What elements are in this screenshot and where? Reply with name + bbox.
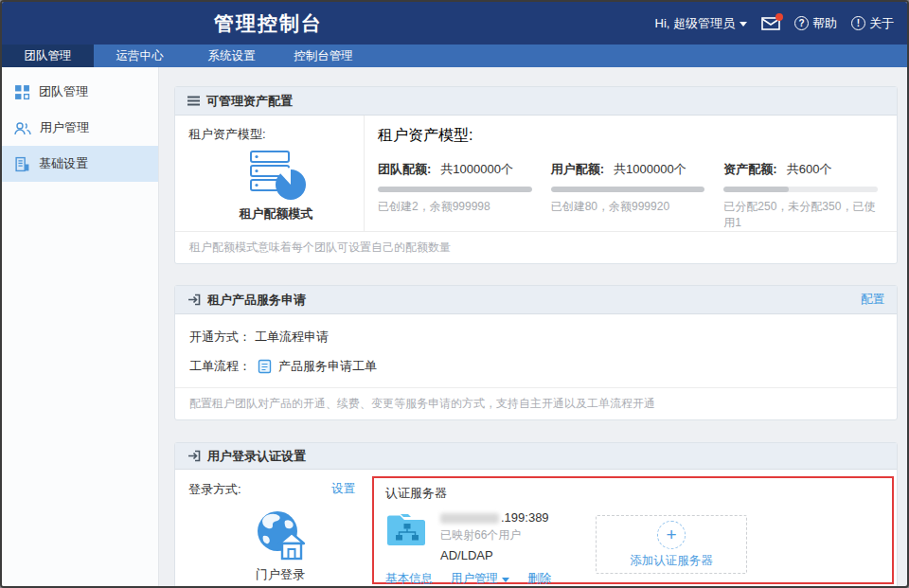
portal-globe-icon (254, 508, 307, 561)
chevron-down-icon (740, 22, 747, 27)
sidebar: 团队管理 用户管理 基础设置 (2, 67, 159, 586)
server-address: .199:389 (440, 510, 549, 525)
list-icon (187, 96, 200, 106)
server-pie-icon (245, 149, 308, 202)
panel-asset-config: 可管理资产配置 租户资产模型: (174, 86, 898, 264)
help-button[interactable]: ? 帮助 (794, 15, 837, 32)
redacted-ip-block (440, 513, 499, 524)
building-icon (14, 156, 30, 172)
quota-name: 用户配额: (551, 161, 604, 178)
quota-user: 用户配额: 共1000000个 已创建80，余额999920 (551, 161, 705, 231)
mapped-users-count: 已映射66个用户 (440, 527, 549, 543)
add-auth-server-button[interactable]: + 添加认证服务器 (596, 515, 747, 574)
sidebar-item-label: 基础设置 (39, 155, 88, 172)
settings-link[interactable]: 设置 (331, 481, 355, 498)
asset-model-label: 租户资产模型: (378, 126, 878, 146)
sidebar-item-user-management[interactable]: 用户管理 (2, 110, 158, 146)
sidebar-item-basic-settings[interactable]: 基础设置 (2, 146, 158, 182)
activation-method-value: 工单流程申请 (255, 329, 329, 346)
quota-progress-bar (378, 187, 532, 192)
panel-title: 用户登录认证设置 (207, 448, 306, 465)
panel-service-application: 租户产品服务申请 配置 开通方式： 工单流程申请 工单流程： (174, 285, 898, 420)
about-button[interactable]: ! 关于 (851, 15, 894, 32)
ticket-flow-label: 工单流程： (189, 358, 251, 375)
grid-icon (14, 84, 30, 100)
delete-link[interactable]: 删除 (527, 571, 551, 586)
add-auth-server-label: 添加认证服务器 (630, 553, 713, 569)
auth-server-title: 认证服务器 (385, 485, 881, 502)
question-icon: ? (794, 16, 809, 30)
quota-name: 资产配额: (723, 161, 776, 178)
quota-total: 共600个 (787, 161, 832, 178)
sidebar-item-label: 用户管理 (40, 119, 89, 136)
quota-total: 共1000000个 (614, 161, 686, 178)
page-title: 管理控制台 (214, 10, 323, 37)
main-nav: 团队管理 运营中心 系统设置 控制台管理 (2, 45, 907, 67)
auth-server-highlight-box: 认证服务器 (372, 476, 894, 584)
quota-detail: 已创建2，余额999998 (378, 199, 532, 215)
login-method-section: 登录方式: 设置 (175, 470, 372, 583)
asset-model-label: 租户资产模型: (188, 126, 364, 143)
tab-team-management[interactable]: 团队管理 (2, 45, 94, 67)
server-protocol: AD/LDAP (440, 548, 549, 562)
asset-model-quotas: 租户资产模型: 团队配额: 共1000000个 已创建2，余额99 (365, 116, 897, 231)
ldap-folder-icon (385, 510, 429, 548)
quota-asset: 资产配额: 共600个 已分配250，未分配350，已使用1 (723, 161, 878, 231)
quota-progress-bar (551, 187, 705, 192)
user-management-dropdown[interactable]: 用户管理 (451, 571, 509, 586)
quota-team: 团队配额: 共1000000个 已创建2，余额999998 (378, 161, 532, 231)
quota-detail: 已分配250，未分配350，已使用1 (723, 199, 878, 231)
admin-console-window: 管理控制台 Hi, 超级管理员 ? 帮助 ! 关于 (0, 0, 909, 588)
login-method-label: 登录方式: (188, 481, 241, 498)
basic-info-link[interactable]: 基本信息 (385, 571, 433, 586)
help-label: 帮助 (812, 15, 837, 32)
messages-button[interactable] (761, 17, 780, 30)
panel-note: 租户配额模式意味着每个团队可设置自己的配额数量 (175, 231, 897, 263)
chevron-down-icon (502, 578, 509, 582)
user-greeting: Hi, 超级管理员 (655, 15, 736, 32)
enter-icon (187, 294, 201, 306)
configure-link[interactable]: 配置 (861, 292, 884, 308)
quota-progress-bar (723, 187, 878, 192)
panel-title: 可管理资产配置 (206, 93, 293, 110)
users-icon (14, 121, 31, 135)
ticket-flow-value[interactable]: 产品服务申请工单 (278, 358, 377, 375)
quota-mode-caption: 租户配额模式 (188, 205, 364, 223)
ticket-icon (258, 359, 272, 374)
quota-total: 共1000000个 (440, 161, 513, 178)
panel-note: 配置租户团队对产品的开通、续费、变更等服务申请的方式，支持自主开通以及工单流程开… (175, 387, 897, 419)
top-header: 管理控制台 Hi, 超级管理员 ? 帮助 ! 关于 (2, 2, 907, 45)
user-menu[interactable]: Hi, 超级管理员 (655, 15, 748, 32)
quota-name: 团队配额: (378, 161, 431, 178)
sidebar-item-label: 团队管理 (39, 83, 88, 100)
tab-console-management[interactable]: 控制台管理 (277, 45, 369, 67)
main-content: 可管理资产配置 租户资产模型: (159, 67, 907, 586)
ldap-server-card: .199:389 已映射66个用户 AD/LDAP 基本信息 用户管理 (385, 510, 551, 586)
quota-detail: 已创建80，余额999920 (551, 199, 705, 215)
server-address-tail: .199:389 (501, 510, 549, 525)
enter-icon (187, 450, 201, 462)
portal-login-caption: 门户登录 (188, 566, 372, 583)
plus-icon: + (657, 521, 686, 549)
activation-method-label: 开通方式： (189, 329, 251, 346)
panel-login-auth: 用户登录认证设置 登录方式: 设置 (174, 442, 898, 586)
asset-model-mode: 租户资产模型: (175, 116, 365, 231)
tab-system-settings[interactable]: 系统设置 (186, 45, 277, 67)
notification-badge (775, 13, 783, 21)
tab-operations-center[interactable]: 运营中心 (94, 45, 186, 67)
panel-title: 租户产品服务申请 (207, 292, 306, 309)
info-icon: ! (851, 16, 865, 30)
sidebar-item-team-management[interactable]: 团队管理 (2, 74, 158, 110)
about-label: 关于 (869, 15, 894, 32)
